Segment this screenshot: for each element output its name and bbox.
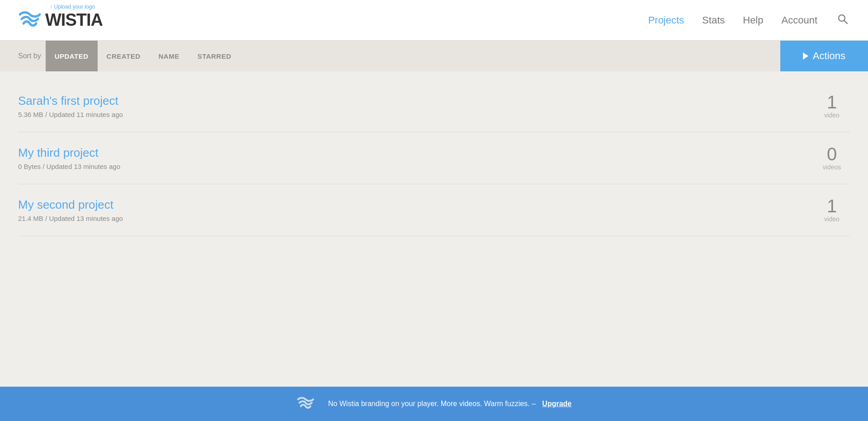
project-updated: Updated 13 minutes ago [49,215,123,222]
actions-label: Actions [813,50,845,62]
project-size: 21.4 MB [18,215,43,222]
sort-starred-button[interactable]: STARRED [189,41,241,71]
project-count: 1 [814,197,850,215]
footer: No Wistia branding on your player. More … [0,387,868,421]
project-item: My second project 21.4 MB / Updated 13 m… [18,184,850,236]
project-info: Sarah's first project 5.36 MB / Updated … [18,94,123,119]
project-name-link[interactable]: My third project [18,146,120,160]
project-count-label: video [824,112,839,119]
nav-help[interactable]: Help [743,14,763,26]
project-size: 0 Bytes [18,163,41,170]
main-nav: Projects Stats Help Account [648,12,850,29]
header-left: ↑ Upload your logo WISTIA [18,10,103,30]
main-content: Sarah's first project 5.36 MB / Updated … [0,71,868,387]
project-meta: 5.36 MB / Updated 11 minutes ago [18,111,123,118]
sort-created-button[interactable]: CREATED [98,41,150,71]
project-meta: 0 Bytes / Updated 13 minutes ago [18,163,120,170]
actions-button[interactable]: Actions [780,41,868,71]
sort-name-button[interactable]: NAME [149,41,188,71]
footer-upgrade-link[interactable]: Upgrade [542,400,571,408]
actions-triangle-icon [803,52,808,60]
project-item: My third project 0 Bytes / Updated 13 mi… [18,132,850,184]
footer-wistia-logo-icon [297,397,315,411]
search-icon [837,14,848,24]
nav-account[interactable]: Account [782,14,818,26]
upload-logo-link[interactable]: ↑ Upload your logo [50,4,95,10]
search-button[interactable] [835,12,850,29]
project-stats: 0 videos [814,145,850,171]
wistia-logo-icon [18,11,42,30]
project-list: Sarah's first project 5.36 MB / Updated … [18,80,850,236]
logo-link[interactable]: WISTIA [18,10,103,30]
project-stats: 1 video [814,93,850,119]
project-info: My third project 0 Bytes / Updated 13 mi… [18,146,120,171]
project-updated: Updated 13 minutes ago [47,163,120,170]
project-item: Sarah's first project 5.36 MB / Updated … [18,80,850,132]
sort-label: Sort by [18,41,41,71]
svg-line-1 [844,20,848,23]
logo-text: WISTIA [45,10,103,30]
project-name-link[interactable]: My second project [18,198,123,212]
project-info: My second project 21.4 MB / Updated 13 m… [18,198,123,223]
project-meta: 21.4 MB / Updated 13 minutes ago [18,215,123,222]
nav-stats[interactable]: Stats [702,14,725,26]
project-count: 0 [814,145,850,163]
site-header: ↑ Upload your logo WISTIA Projects Stats… [0,0,868,41]
footer-message: No Wistia branding on your player. More … [328,400,538,408]
project-name-link[interactable]: Sarah's first project [18,94,123,108]
sort-updated-button[interactable]: UPDATED [46,41,98,71]
project-updated: Updated 11 minutes ago [49,111,123,118]
project-stats: 1 video [814,197,850,223]
project-size: 5.36 MB [18,111,43,118]
project-count: 1 [814,93,850,111]
project-count-label: videos [823,164,841,171]
nav-projects[interactable]: Projects [648,14,684,26]
project-separator: / [42,163,46,170]
sort-bar: Sort by UPDATED CREATED NAME STARRED Act… [0,41,868,71]
project-count-label: video [824,215,839,223]
